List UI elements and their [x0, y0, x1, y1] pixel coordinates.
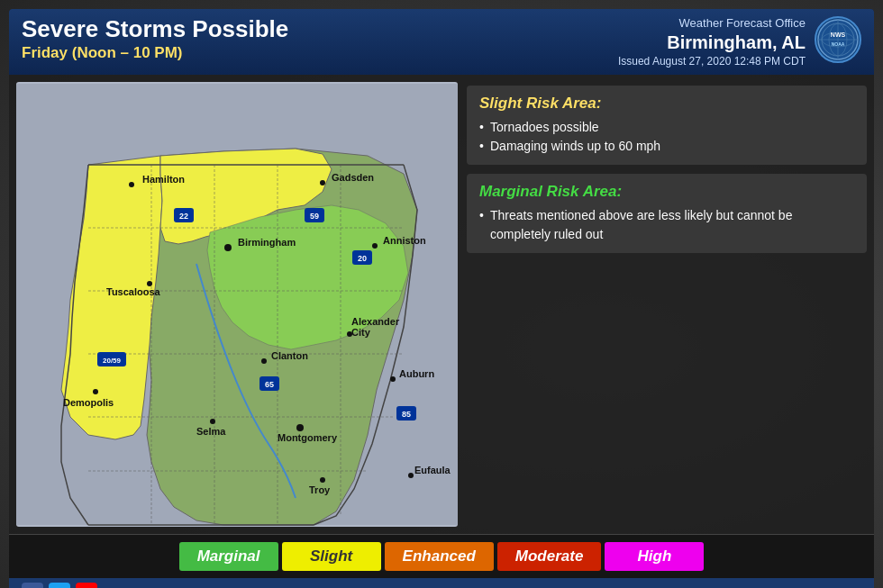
- legend-slight: Slight: [282, 542, 381, 571]
- svg-text:NWS: NWS: [831, 32, 846, 38]
- marginal-risk-item-1: Threats mentioned above are less likely …: [479, 206, 854, 244]
- marginal-risk-box: Marginal Risk Area: Threats mentioned ab…: [467, 174, 867, 253]
- header-subtitle: Friday (Noon – 10 PM): [22, 44, 288, 62]
- svg-point-28: [372, 243, 378, 249]
- svg-point-30: [224, 244, 232, 251]
- youtube-icon[interactable]: ▶: [76, 583, 97, 588]
- slight-risk-title: Slight Risk Area:: [479, 95, 854, 113]
- main-container: Severe Storms Possible Friday (Noon – 10…: [9, 9, 874, 579]
- svg-point-26: [320, 180, 325, 185]
- nws-logo: NWS NOAA: [815, 16, 861, 63]
- svg-text:59: 59: [310, 212, 319, 221]
- legend-moderate: Moderate: [497, 542, 602, 571]
- legend-enhanced: Enhanced: [385, 542, 494, 571]
- office-city: Birmingham, AL: [618, 32, 806, 53]
- content-area: Hamilton Gadsden Anniston Birmingham Tus…: [9, 75, 874, 534]
- marginal-risk-title: Marginal Risk Area:: [479, 183, 854, 201]
- svg-text:Eufaula: Eufaula: [414, 465, 451, 475]
- svg-text:Tuscaloosa: Tuscaloosa: [106, 286, 161, 297]
- svg-text:Gadsden: Gadsden: [332, 172, 374, 183]
- issued-time: Issued August 27, 2020 12:48 PM CDT: [618, 55, 806, 68]
- svg-point-47: [320, 477, 325, 483]
- legend-marginal: Marginal: [179, 542, 278, 571]
- svg-text:20/59: 20/59: [103, 357, 122, 365]
- svg-text:Hamilton: Hamilton: [142, 174, 185, 185]
- svg-text:Selma: Selma: [196, 426, 226, 437]
- svg-point-39: [93, 389, 98, 394]
- page-title: Severe Storms Possible: [22, 16, 288, 42]
- svg-text:20: 20: [358, 254, 367, 263]
- svg-text:Auburn: Auburn: [399, 368, 434, 379]
- facebook-icon[interactable]: f: [22, 583, 43, 588]
- svg-point-41: [210, 419, 215, 424]
- svg-text:22: 22: [179, 212, 188, 221]
- svg-point-45: [390, 376, 396, 382]
- svg-text:Anniston: Anniston: [383, 235, 426, 246]
- svg-text:Demopolis: Demopolis: [63, 397, 114, 408]
- svg-text:Birmingham: Birmingham: [238, 237, 296, 248]
- legend-bar: Marginal Slight Enhanced Moderate High: [9, 534, 874, 578]
- svg-text:Montgomery: Montgomery: [278, 432, 338, 443]
- header-right: Weather Forecast Office Birmingham, AL I…: [618, 16, 861, 68]
- twitter-icon[interactable]: 𝕏: [49, 583, 70, 588]
- slight-risk-list: Tornadoes possible Damaging winds up to …: [479, 118, 854, 156]
- risk-info-panel: Slight Risk Area: Tornadoes possible Dam…: [467, 82, 867, 527]
- map-svg: Hamilton Gadsden Anniston Birmingham Tus…: [16, 82, 458, 527]
- header-left: Severe Storms Possible Friday (Noon – 10…: [22, 16, 288, 62]
- footer: f 𝕏 ▶ NWSBirmingham weather.gov/bmx: [9, 578, 874, 588]
- svg-point-49: [408, 473, 414, 478]
- slight-risk-box: Slight Risk Area: Tornadoes possible Dam…: [467, 86, 867, 165]
- svg-text:65: 65: [265, 380, 274, 389]
- legend-high: High: [605, 542, 704, 571]
- svg-text:NOAA: NOAA: [832, 41, 845, 47]
- svg-point-37: [261, 358, 267, 364]
- header: Severe Storms Possible Friday (Noon – 10…: [9, 9, 874, 75]
- marginal-risk-list: Threats mentioned above are less likely …: [479, 206, 854, 244]
- social-section: f 𝕏 ▶ NWSBirmingham: [22, 583, 205, 588]
- office-line: Weather Forecast Office: [618, 16, 806, 32]
- header-office-info: Weather Forecast Office Birmingham, AL I…: [618, 16, 806, 68]
- svg-text:Troy: Troy: [309, 484, 331, 495]
- svg-point-24: [129, 182, 134, 187]
- svg-text:85: 85: [402, 410, 411, 419]
- slight-risk-item-1: Tornadoes possible: [479, 118, 854, 137]
- svg-text:City: City: [351, 327, 371, 338]
- svg-point-43: [296, 424, 304, 431]
- svg-text:Alexander: Alexander: [351, 316, 400, 327]
- map-container: Hamilton Gadsden Anniston Birmingham Tus…: [16, 82, 458, 527]
- svg-text:Clanton: Clanton: [271, 350, 308, 361]
- slight-risk-item-2: Damaging winds up to 60 mph: [479, 137, 854, 156]
